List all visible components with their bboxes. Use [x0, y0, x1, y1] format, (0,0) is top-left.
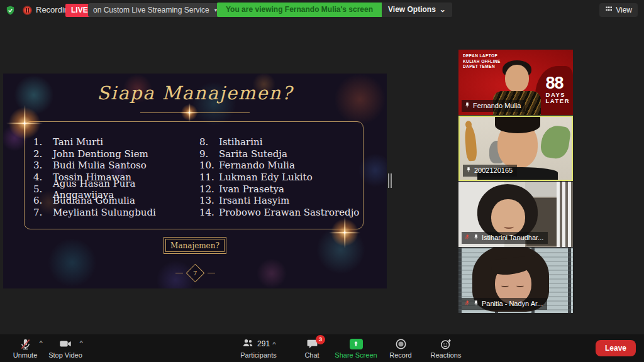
poster-88-days-later: 88 DAYS LATER: [546, 75, 570, 104]
participants-button[interactable]: 291 ^ Participants: [227, 334, 290, 362]
stop-video-button[interactable]: Stop Video ^: [45, 334, 86, 362]
stream-service-label: on Custom Live Streaming Service: [93, 3, 209, 17]
list-item-number: 14.: [199, 207, 219, 218]
leave-button[interactable]: Leave: [596, 340, 636, 356]
view-layout-button[interactable]: View: [599, 3, 638, 17]
panel-resize-handle[interactable]: [388, 173, 392, 188]
view-options-label: View Options: [388, 3, 436, 17]
background-window: [557, 182, 573, 247]
list-item-number: 7.: [33, 207, 53, 218]
video-options-chevron[interactable]: ^: [79, 340, 83, 346]
reactions-button[interactable]: Reactions: [423, 334, 469, 362]
reactions-smiley-icon: [439, 337, 453, 350]
list-item: 13.Irsanti Hasyim: [199, 195, 375, 207]
list-item: 12.Ivan Prasetya: [199, 183, 375, 195]
share-screen-button[interactable]: Share Screen: [334, 334, 378, 362]
record-button[interactable]: Record: [378, 334, 423, 362]
participant-name-tag: Fernando Mulia: [462, 100, 525, 112]
view-options-dropdown[interactable]: View Options ⌄: [382, 3, 452, 17]
video-strip: DEPAN LAPTOP KULIAH OFFLINE DAPET TEMEN …: [458, 50, 573, 314]
page-number-diamond: 7: [186, 263, 204, 282]
audio-options-chevron[interactable]: ^: [39, 340, 43, 346]
participant-name: Panitia - Nadyn Ar...: [482, 299, 543, 309]
participant-name: 2002120165: [474, 165, 513, 176]
list-item: 7.Meylianti Sulungbudi: [33, 207, 198, 219]
list-item-name: Sarita Sutedja: [219, 148, 287, 160]
video-tile-fernando-mulia[interactable]: DEPAN LAPTOP KULIAH OFFLINE DAPET TEMEN …: [458, 50, 573, 115]
list-item-name: Tani Murti: [53, 136, 103, 148]
participants-icon: [241, 337, 255, 351]
list-item-name: Probowo Erawan Sastroredjo: [219, 207, 359, 218]
muted-mic-icon: [19, 337, 32, 350]
list-item-number: 10.: [199, 160, 219, 171]
chat-unread-badge: 3: [316, 335, 325, 344]
list-item: 11.Lukman Edy Lukito: [199, 172, 375, 184]
unmute-label: Unmute: [13, 351, 38, 359]
participant-name: Fernando Mulia: [473, 101, 521, 111]
list-item: 2.John Dentiong Siem: [33, 148, 198, 160]
video-tile-2002120165-active-speaker[interactable]: 2002120165: [458, 116, 573, 181]
list-item-name: Meylianti Sulungbudi: [53, 207, 156, 218]
list-item: 10.Fernando Mulia: [199, 160, 375, 172]
record-icon: [394, 337, 408, 350]
muted-mic-icon: [464, 233, 470, 243]
participants-count: 291: [257, 339, 270, 348]
list-item: 14.Probowo Erawan Sastroredjo: [199, 207, 375, 219]
list-item-number: 8.: [199, 136, 219, 148]
pin-icon: [473, 233, 479, 243]
chevron-down-icon: ⌄: [440, 3, 446, 17]
list-item-name: Lukman Edy Lukito: [219, 172, 313, 183]
list-item: 1.Tani Murti: [33, 136, 198, 148]
list-item-name: Istiharini: [219, 136, 262, 148]
participant-figure: [495, 117, 540, 133]
slide-management-button: Manajemen?: [164, 237, 226, 254]
list-item-name: Ivan Prasetya: [219, 184, 284, 195]
participant-name-tag: 2002120165: [463, 165, 517, 177]
meeting-toolbar: Unmute ^ Stop Video ^ 291 ^ Participants: [0, 334, 644, 362]
participant-eye: [516, 284, 524, 287]
list-item: 8.Istiharini: [199, 136, 375, 148]
viewing-banner-group: You are viewing Fernando Mulia's screen …: [217, 3, 452, 17]
video-tile-panitia-nadyn[interactable]: Panitia - Nadyn Ar...: [458, 248, 573, 313]
list-item: 5.Agus Hasan Pura Anggawijaya: [33, 183, 198, 195]
dash-ornament: [175, 273, 183, 273]
security-shield-icon[interactable]: [5, 5, 16, 16]
list-item: 9.Sarita Sutedja: [199, 148, 375, 160]
list-item-name: Irsanti Hasyim: [219, 195, 289, 206]
chat-label: Chat: [304, 351, 319, 359]
reactions-label: Reactions: [431, 351, 462, 359]
list-item-number: 9.: [199, 148, 219, 160]
live-stream-service-dropdown[interactable]: on Custom Live Streaming Service ▾: [88, 3, 222, 17]
stop-video-label: Stop Video: [48, 351, 82, 359]
participants-chevron[interactable]: ^: [272, 341, 276, 347]
list-item-number: 4.: [33, 172, 53, 183]
list-item-number: 2.: [33, 148, 53, 160]
shared-screen-slide: Siapa Manajemen? 1.Tani Murti 2.John Den…: [3, 74, 387, 288]
management-list-left: 1.Tani Murti 2.John Dentiong Siem 3.Budi…: [33, 136, 198, 218]
dash-ornament: [208, 273, 215, 273]
list-item-name: Budi Mulia Santoso: [53, 160, 147, 171]
title-underline: [140, 112, 250, 113]
viewing-screen-banner: You are viewing Fernando Mulia's screen: [217, 3, 382, 17]
giraffe-decal: [464, 124, 477, 161]
meeting-top-bar: Recording LIVE on Custom Live Streaming …: [0, 0, 644, 20]
participants-label: Participants: [240, 351, 276, 359]
video-tile-istiharini[interactable]: Istiharini Tanudhar...: [458, 182, 573, 247]
slide-title: Siapa Manajemen?: [3, 82, 387, 104]
slide-page-number: 7: [193, 270, 197, 277]
dinosaur-decal: [540, 124, 572, 160]
participant-eye: [501, 284, 509, 287]
list-item-name: Budiana Gomulia: [53, 195, 135, 206]
share-screen-icon: [350, 339, 363, 349]
chat-button[interactable]: 3 Chat: [290, 334, 334, 362]
participant-smile: [504, 224, 514, 229]
list-item-number: 5.: [33, 184, 53, 195]
grid-view-icon: [605, 3, 613, 17]
recording-indicator-icon: [23, 6, 32, 15]
view-button-label: View: [616, 3, 632, 17]
unmute-button[interactable]: Unmute ^: [5, 334, 45, 362]
participant-name-tag: Panitia - Nadyn Ar...: [462, 298, 547, 310]
slide-button-label: Manajemen?: [170, 241, 219, 250]
list-item-number: 1.: [33, 136, 53, 148]
pin-icon: [465, 165, 472, 176]
